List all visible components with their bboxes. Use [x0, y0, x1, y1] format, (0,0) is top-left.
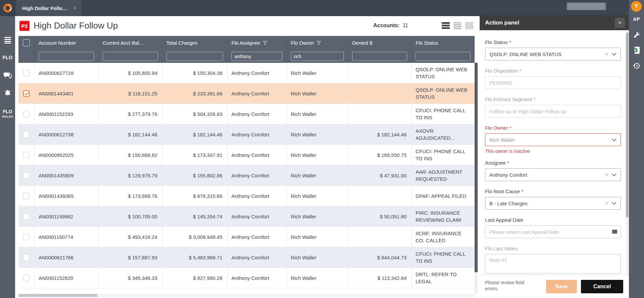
cell-total-charges: $ 504,326.83 — [162, 104, 227, 124]
cell-total-charges: $ 827,980.28 — [162, 268, 227, 288]
vertical-scrollbar-thumb[interactable] — [475, 63, 478, 272]
row-checkbox[interactable] — [23, 172, 30, 179]
row-checkbox-cell[interactable] — [18, 104, 35, 124]
row-checkbox[interactable] — [23, 152, 30, 158]
table-horizontal-scrollbar[interactable] — [18, 294, 475, 297]
cell-account-number: AN0001160774 — [35, 227, 99, 247]
table-row[interactable]: AN0001152293$ 277,379.76$ 504,326.83Anth… — [18, 104, 475, 124]
clear-icon[interactable]: × — [605, 200, 608, 207]
calendar-grid-icon[interactable] — [612, 230, 617, 233]
filter-flo-owner-input[interactable] — [291, 52, 344, 61]
row-checkbox[interactable] — [23, 70, 30, 76]
filter-account-number-input[interactable] — [39, 52, 94, 61]
horizontal-scrollbar-thumb[interactable] — [18, 294, 97, 297]
wrench-tools-icon[interactable] — [629, 31, 644, 39]
excel-export-icon[interactable] — [629, 46, 644, 54]
cell-flo-assignee: Anthony Comfort — [227, 227, 287, 247]
row-checkbox-cell[interactable] — [18, 268, 35, 288]
column-header-account-number[interactable]: Account Number — [35, 36, 99, 50]
row-checkbox-cell[interactable] — [18, 145, 35, 165]
table-row[interactable]: AN0001152820$ 345,346.33$ 827,980.28Anth… — [18, 268, 475, 288]
table-row[interactable]: AN0001443401$ 118,151.25$ 233,391.66Anth… — [18, 83, 475, 104]
column-header-denied[interactable]: Denied $ — [348, 36, 412, 50]
filter-flo-status-input[interactable] — [416, 52, 471, 61]
sidebar-flo-rules-item[interactable]: FLO RULES — [0, 110, 15, 119]
tab-close-icon[interactable]: × — [73, 5, 76, 11]
sidebar-flo-label[interactable]: FLO — [0, 54, 15, 60]
cancel-button[interactable]: Cancel — [581, 280, 623, 293]
row-checkbox-cell[interactable] — [18, 63, 35, 83]
density-compact-button[interactable] — [442, 22, 450, 29]
flo-last-notes-label: Flo Last Notes — [485, 246, 621, 251]
row-checkbox[interactable] — [23, 111, 30, 117]
cell-flo-status: IICRE: INSURANCE CO. CALLED — [412, 227, 475, 247]
column-header-flo-owner[interactable]: Flo Owner — [287, 36, 348, 50]
cell-denied: $ 47,931.00 — [348, 165, 412, 185]
notifications-bell-icon[interactable] — [0, 89, 15, 98]
flo-status-label: Flo Status * — [485, 39, 621, 45]
select-all-checkbox[interactable] — [23, 39, 30, 46]
table-row[interactable]: AN0001435909$ 129,975.79$ 155,802.86Anth… — [18, 165, 475, 186]
table-row[interactable]: AN0000627728$ 105,605.94$ 150,304.38Anth… — [18, 63, 475, 83]
action-panel-close-button[interactable]: × — [615, 18, 625, 28]
history-clock-icon[interactable] — [629, 62, 644, 70]
filter-denied-input[interactable] — [352, 52, 407, 61]
column-header-current-acct-bal[interactable]: Current Acct Bal… — [99, 36, 162, 50]
flo-last-notes-textarea[interactable] — [485, 254, 621, 273]
last-appeal-date-input[interactable] — [485, 225, 621, 238]
table-row[interactable]: AN0001436065$ 173,669.76$ 678,315.66Anth… — [18, 186, 475, 206]
user-avatar[interactable]: Y — [631, 1, 642, 12]
action-panel-scrollbar[interactable] — [626, 31, 629, 297]
cell-flo-assignee: Anthony Comfort — [227, 165, 287, 185]
table-row[interactable]: AN0001159962$ 100,705.00$ 145,354.74Anth… — [18, 206, 475, 227]
clear-icon[interactable]: × — [605, 51, 608, 58]
row-checkbox-cell[interactable] — [18, 247, 35, 267]
flo-status-select[interactable]: QSOLP: ONLINE WEB STATUS × — [485, 48, 621, 60]
action-panel-body: Flo Status * QSOLP: ONLINE WEB STATUS × … — [480, 30, 629, 298]
row-checkbox-checked[interactable] — [23, 90, 30, 97]
flo-primary-segment-label: Flo Primary Segment * — [485, 96, 621, 102]
row-checkbox-cell[interactable] — [18, 83, 35, 103]
clear-icon[interactable]: × — [605, 171, 608, 178]
density-expanded-button[interactable] — [465, 22, 473, 29]
cell-flo-status: CFUCI: PHONE CALL TO INS — [412, 104, 475, 124]
table-row[interactable]: AN0000952025$ 150,668.82$ 173,347.91Anth… — [18, 145, 475, 165]
row-checkbox[interactable] — [23, 275, 30, 281]
cell-total-charges: $ 150,304.38 — [162, 63, 227, 83]
cell-account-number: AN0000952025 — [35, 145, 99, 165]
flo-root-cause-label: Flo Root Cause * — [485, 188, 621, 194]
column-header-total-charges[interactable]: Total Charges — [162, 36, 227, 50]
menu-list-icon[interactable] — [0, 36, 15, 44]
action-panel-rail-label[interactable]: AP — [629, 16, 644, 22]
row-checkbox[interactable] — [23, 234, 30, 240]
cell-flo-status: DRTL: REFER TO LEGAL — [412, 268, 475, 288]
row-checkbox[interactable] — [23, 193, 30, 199]
row-checkbox-cell[interactable] — [18, 165, 35, 185]
flo-root-cause-select[interactable]: B - Late Charges × — [485, 197, 621, 210]
row-checkbox[interactable] — [23, 213, 30, 220]
table-row[interactable]: AN0001160774$ 493,416.24$ 3,009,949.45An… — [18, 227, 475, 247]
column-header-flo-status[interactable]: Flo Status — [412, 36, 475, 50]
chat-icon[interactable] — [0, 71, 15, 79]
app-logo[interactable] — [0, 0, 15, 16]
flo-owner-select[interactable]: Rich Waller — [485, 133, 621, 146]
row-checkbox[interactable] — [23, 131, 30, 138]
density-medium-button[interactable] — [453, 22, 462, 29]
cell-total-charges: $ 3,009,949.45 — [162, 227, 227, 247]
filter-flo-assignee-input[interactable] — [231, 52, 282, 61]
row-checkbox-cell[interactable] — [18, 227, 35, 247]
tab-high-dollar-follow-up[interactable]: High Dollar Follo… × — [16, 0, 81, 16]
assignee-select[interactable]: Anthony Comfort × — [485, 168, 621, 181]
filter-current-acct-bal-input[interactable] — [103, 52, 158, 61]
save-button[interactable]: Save — [546, 280, 577, 293]
row-checkbox-cell[interactable] — [18, 124, 35, 144]
row-checkbox-cell[interactable] — [18, 206, 35, 226]
panel-scrollbar-thumb[interactable] — [626, 33, 629, 217]
table-row[interactable]: AN0000621766$ 157,887.93$ 5,483,968.71An… — [18, 247, 475, 268]
column-header-flo-assignee[interactable]: Flo Assignee — [227, 36, 287, 50]
row-checkbox-cell[interactable] — [18, 186, 35, 206]
table-vertical-scrollbar[interactable] — [475, 63, 478, 294]
row-checkbox[interactable] — [23, 254, 30, 261]
filter-total-charges-input[interactable] — [166, 52, 223, 61]
table-row[interactable]: AN0000612738$ 182,144.46$ 182,144.46Anth… — [18, 124, 475, 145]
